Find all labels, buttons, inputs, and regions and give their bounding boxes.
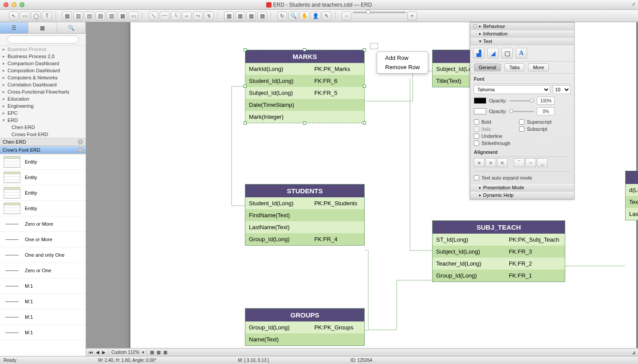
align-tool-5[interactable]: ▨ (106, 12, 116, 20)
align-tool-2[interactable]: ▥ (73, 12, 83, 20)
line-tool-6[interactable]: ↯ (204, 12, 214, 20)
tree-item[interactable]: ▸Business Process (0, 45, 86, 53)
entity-row[interactable]: Student_Id(Long)FK:FR_6 (245, 75, 364, 87)
tree-item[interactable]: ▸EPC (0, 110, 86, 117)
stencil-item[interactable]: Entity (0, 170, 86, 185)
stencil-item[interactable]: One or More (0, 232, 86, 247)
zoom-tool[interactable]: 🔍 (288, 12, 298, 20)
valign-mid[interactable]: − (525, 158, 536, 167)
menu-add-row[interactable]: Add Row (377, 53, 428, 63)
nav-prev-icon[interactable]: ◀ (96, 350, 99, 355)
resize-grip-icon[interactable]: ◢ (632, 350, 635, 355)
pen-tool[interactable]: ✎ (322, 12, 331, 20)
menu-remove-row[interactable]: Remove Row (377, 63, 428, 72)
grid-tool-3[interactable]: ▦ (246, 12, 256, 20)
grid-tool-1[interactable]: ▦ (224, 12, 234, 20)
tree-item[interactable]: ▸Cross-Functional Flowcharts (0, 88, 86, 95)
pointer-tool[interactable]: ↖ (9, 12, 19, 20)
entity-subj-teach[interactable]: SUBJ_TEACH ST_Id(Long)PK:PK_Subj_TeachSu… (432, 220, 565, 282)
zoom-readout[interactable]: Custom 112% (111, 350, 139, 355)
entity-row[interactable]: Group_Id(Long)FK:FR_4 (245, 233, 364, 245)
grid-tool-2[interactable]: ▦ (235, 12, 245, 20)
tree-item[interactable]: ▸Comparison Dashboard (0, 60, 86, 67)
entity-row[interactable]: FirstName(Text) (245, 209, 364, 221)
align-left[interactable]: ≡ (474, 158, 484, 167)
entity-row[interactable]: LastName(Text) (626, 208, 638, 220)
opacity-slider-2[interactable] (509, 111, 534, 112)
box-icon[interactable]: ▢ (501, 48, 513, 59)
entity-row[interactable]: d(Long)PK:PK_Te (626, 184, 638, 196)
align-tool-4[interactable]: ▧ (95, 12, 105, 20)
entity-row[interactable]: Student_Id(Long)PK:PK_Students (245, 197, 364, 209)
entity-row[interactable]: ST_Id(Long)PK:PK_Subj_Teach (433, 234, 565, 246)
tree-item[interactable]: ▸Composition Dashboard (0, 67, 86, 74)
zoom-out-button[interactable]: − (342, 12, 351, 20)
tree-item-crows-foot[interactable]: Crows Foot ERD (0, 131, 86, 138)
snap-icon[interactable]: ▦ (150, 350, 154, 355)
stencil-item[interactable]: M:1 (0, 325, 86, 341)
stencil-item[interactable]: One and only One (0, 247, 86, 263)
bg-color-swatch[interactable] (474, 108, 486, 114)
section-behaviour[interactable]: ▸Behaviour (470, 23, 574, 30)
sidebar-tab-search[interactable]: 🔍 (57, 22, 86, 33)
align-tool-6[interactable]: ▩ (118, 12, 127, 20)
superscript-checkbox[interactable] (519, 119, 524, 125)
anchor-icon[interactable] (370, 43, 378, 49)
stencil-item[interactable]: M:1 (0, 278, 86, 294)
nav-first-icon[interactable]: ⏮ (89, 350, 93, 355)
entity-row[interactable]: Text) (626, 196, 638, 208)
tree-item[interactable]: ▸Correlation Dashboard (0, 81, 86, 88)
zoom-slider[interactable] (353, 12, 406, 13)
line-tool-3[interactable]: └ (171, 12, 181, 20)
underline-checkbox[interactable] (474, 133, 479, 139)
entity-row[interactable]: Mark(Integer) (245, 111, 364, 123)
font-icon[interactable]: A (516, 48, 527, 59)
stencil-item[interactable]: M:1 (0, 294, 86, 309)
bold-checkbox[interactable] (474, 119, 479, 125)
stencil-item[interactable]: Zero or More (0, 216, 86, 232)
opacity-slider[interactable] (509, 100, 534, 102)
rectangle-tool[interactable]: ▭ (20, 12, 30, 20)
tab-general[interactable]: General (474, 63, 501, 71)
section-presentation[interactable]: ▸Presentation Mode (470, 184, 574, 192)
entity-marks[interactable]: MARKS MarkId(Long)PK:PK_MarksStudent_Id(… (245, 50, 365, 123)
line-tool-4[interactable]: ⌐ (182, 12, 192, 20)
valign-top[interactable]: ‾ (514, 158, 524, 167)
subscript-checkbox[interactable] (519, 126, 524, 132)
entity-groups[interactable]: GROUPS Group_Id(Long)PK:PK_GroupsName(Te… (245, 308, 365, 346)
ruler-icon[interactable]: ▦ (163, 350, 167, 355)
align-right[interactable]: ≡ (497, 158, 508, 167)
line-tool-1[interactable]: ＼ (149, 12, 158, 20)
close-icon[interactable]: × (78, 139, 83, 145)
strike-checkbox[interactable] (474, 141, 479, 146)
open-stencil-tab-crowsfoot[interactable]: Crow's Foot ERD × (0, 146, 86, 154)
entity-row[interactable]: Group_Id(Long)PK:PK_Groups (245, 321, 364, 333)
refresh-tool[interactable]: ↻ (277, 12, 287, 20)
expand-checkbox[interactable] (474, 175, 479, 180)
entity-row[interactable]: Teacher_Id(Long)FK:FR_2 (433, 258, 565, 270)
tree-item[interactable]: ▸Engineering (0, 102, 86, 110)
sidebar-tab-tree[interactable]: ☰ (0, 22, 28, 33)
align-tool-1[interactable]: ▦ (62, 12, 72, 20)
line-tool-2[interactable]: 〰 (160, 12, 169, 20)
line-tool-5[interactable]: ⤳ (193, 12, 203, 20)
zoom-in-button[interactable]: + (407, 12, 417, 20)
opacity-value-2[interactable]: 0% (537, 107, 555, 115)
entity-row[interactable]: Date(TimeStamp) (245, 99, 364, 111)
entity-row[interactable]: LastName(Text) (245, 221, 364, 233)
tree-item-chen-erd[interactable]: Chen ERD (0, 124, 86, 131)
fullscreen-icon[interactable]: ⤢ (632, 2, 635, 7)
stencil-item[interactable]: Zero or One (0, 263, 86, 278)
align-tool-7[interactable]: ▭ (129, 12, 138, 20)
tab-tabs[interactable]: Tabs (504, 63, 524, 71)
close-icon[interactable]: × (78, 147, 83, 153)
tree-item[interactable]: ▸Business Process 2,0 (0, 53, 86, 60)
user-tool[interactable]: 👤 (311, 12, 320, 20)
section-text[interactable]: ▾Text (470, 38, 574, 45)
grid-tool-4[interactable]: ▦ (257, 12, 267, 20)
entity-students[interactable]: STUDENTS Student_Id(Long)PK:PK_StudentsF… (245, 184, 365, 246)
opacity-value[interactable]: 100% (537, 97, 555, 105)
tab-more[interactable]: More (528, 63, 549, 71)
entity-row[interactable]: Subject_Id(Long)FK:FR_5 (245, 87, 364, 99)
font-size-select[interactable]: 10 (553, 85, 571, 94)
